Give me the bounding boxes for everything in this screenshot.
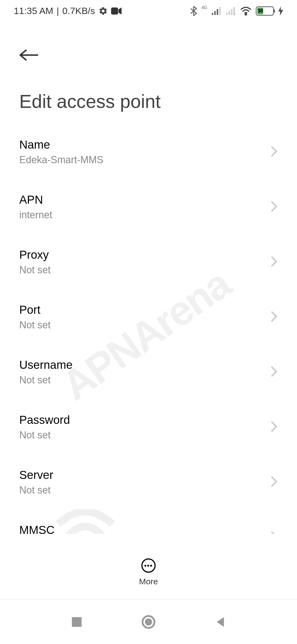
setting-value: Not set: [19, 319, 270, 331]
setting-label: MMSC: [19, 523, 270, 534]
chevron-right-icon: [270, 476, 278, 489]
setting-value: Not set: [19, 264, 270, 276]
recent-apps-button[interactable]: [71, 616, 83, 628]
setting-value: Not set: [19, 429, 270, 441]
svg-rect-6: [229, 11, 230, 15]
bluetooth-icon: [190, 6, 197, 16]
svg-point-14: [145, 618, 152, 626]
setting-label: Proxy: [19, 248, 270, 261]
back-nav-button[interactable]: [214, 616, 226, 628]
status-right-group: 4G ✕ 38: [190, 6, 283, 16]
setting-label: APN: [19, 193, 270, 206]
signal-bars-1-icon: [212, 7, 222, 15]
setting-row-port[interactable]: Port Not set: [19, 291, 278, 346]
more-button[interactable]: ••• More: [0, 550, 297, 594]
svg-rect-5: [226, 13, 227, 15]
setting-row-mmsc[interactable]: MMSC http://10.16.18.4:38090/was: [19, 511, 278, 534]
more-label: More: [139, 577, 158, 586]
svg-rect-3: [217, 9, 218, 15]
back-button[interactable]: [19, 47, 38, 66]
system-nav-bar: [0, 600, 297, 644]
setting-row-proxy[interactable]: Proxy Not set: [19, 236, 278, 291]
setting-value: Edeka-Smart-MMS: [19, 154, 270, 166]
network-type-label: 4G: [202, 5, 207, 10]
status-data-rate: 0.7KB/s: [62, 6, 95, 16]
status-bar: 11:35 AM | 0.7KB/s 4G ✕ 38: [0, 0, 297, 22]
setting-label: Server: [19, 468, 270, 482]
setting-value: Not set: [19, 484, 270, 496]
chevron-right-icon: [270, 531, 278, 534]
setting-value: internet: [19, 209, 270, 221]
chevron-right-icon: [270, 255, 278, 269]
gear-icon: [98, 6, 108, 16]
setting-value: Not set: [19, 374, 270, 386]
chevron-right-icon: [270, 310, 278, 324]
chevron-right-icon: [270, 200, 278, 214]
status-left-group: 11:35 AM | 0.7KB/s: [14, 6, 122, 16]
status-separator: |: [57, 6, 59, 16]
setting-row-username[interactable]: Username Not set: [19, 346, 278, 401]
svg-rect-1: [212, 13, 213, 15]
charging-icon: [278, 6, 283, 16]
status-time: 11:35 AM: [14, 6, 53, 16]
video-camera-icon: [111, 7, 122, 15]
home-button[interactable]: [141, 615, 156, 629]
setting-row-name[interactable]: Name Edeka-Smart-MMS: [19, 126, 278, 181]
more-dots-icon: •••: [141, 558, 156, 573]
settings-list: Name Edeka-Smart-MMS APN internet Proxy …: [0, 126, 297, 534]
svg-rect-12: [72, 617, 81, 627]
signal-bars-2-icon: ✕: [226, 7, 236, 15]
setting-label: Port: [19, 303, 270, 316]
svg-rect-7: [231, 9, 232, 15]
chevron-right-icon: [270, 421, 278, 434]
wifi-icon: [240, 7, 251, 15]
setting-row-password[interactable]: Password Not set: [19, 401, 278, 456]
svg-rect-4: [219, 7, 221, 15]
battery-percent: 38: [257, 8, 263, 14]
setting-label: Username: [19, 358, 270, 372]
chevron-right-icon: [270, 365, 278, 379]
setting-row-apn[interactable]: APN internet: [19, 181, 278, 236]
page-title: Edit access point: [0, 74, 297, 126]
setting-label: Name: [19, 138, 270, 151]
svg-point-10: [245, 14, 247, 15]
svg-text:✕: ✕: [233, 13, 236, 15]
chevron-right-icon: [270, 145, 278, 159]
battery-indicator: 38: [256, 6, 274, 16]
setting-row-server[interactable]: Server Not set: [19, 456, 278, 511]
setting-label: Password: [19, 413, 270, 427]
svg-rect-2: [214, 11, 216, 15]
svg-rect-0: [111, 7, 118, 14]
